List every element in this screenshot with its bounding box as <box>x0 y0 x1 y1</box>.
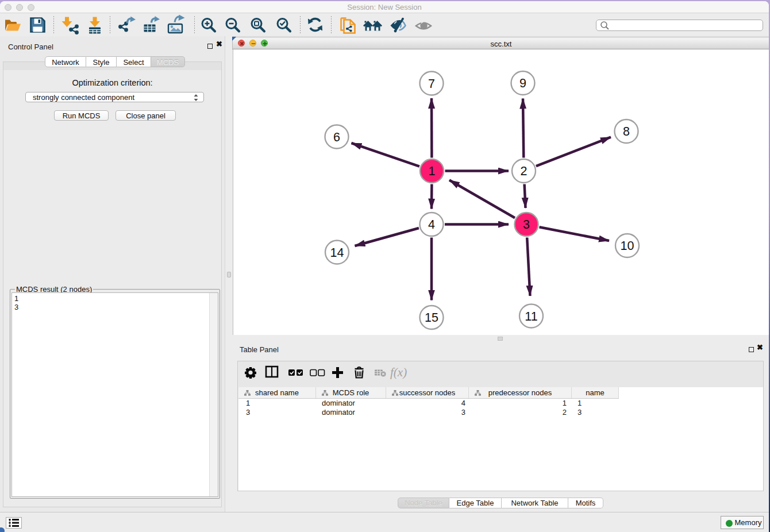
svg-text:3: 3 <box>523 218 530 232</box>
svg-text:9: 9 <box>519 76 526 90</box>
svg-text:2: 2 <box>521 164 528 178</box>
svg-text:6: 6 <box>333 130 340 144</box>
svg-text:1: 1 <box>429 164 436 178</box>
svg-text:14: 14 <box>330 246 344 260</box>
svg-text:11: 11 <box>525 310 537 323</box>
svg-text:f(x): f(x) <box>390 365 407 379</box>
svg-text:8: 8 <box>623 125 630 138</box>
svg-text:4: 4 <box>428 218 435 232</box>
svg-text:15: 15 <box>425 311 438 325</box>
svg-text:7: 7 <box>428 77 435 91</box>
svg-text:10: 10 <box>621 239 634 253</box>
